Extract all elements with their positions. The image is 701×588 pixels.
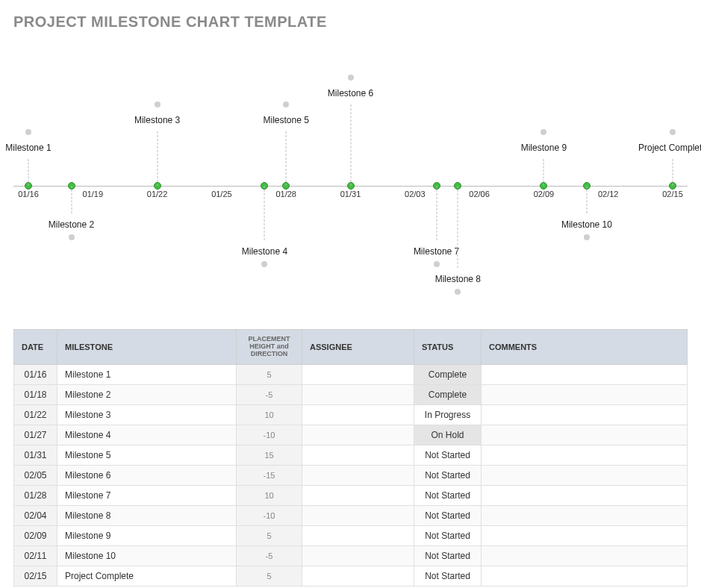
axis-tick-label: 02/03 (405, 190, 426, 198)
cell-comments[interactable] (482, 545, 688, 566)
axis-tick-label: 01/28 (275, 190, 296, 198)
cell-date[interactable]: 01/22 (14, 404, 57, 425)
milestone-label: Milestone 3 (134, 115, 180, 125)
cell-comments[interactable] (482, 384, 688, 404)
cell-milestone[interactable]: Milestone 9 (57, 525, 237, 545)
axis-tick-label: 01/22 (147, 190, 168, 198)
cell-placement[interactable]: 10 (237, 404, 302, 425)
cell-status[interactable]: Not Started (414, 445, 482, 465)
table-row: 02/04Milestone 8-10Not Started (14, 505, 688, 525)
cell-status[interactable]: Not Started (414, 485, 482, 505)
milestone-leader-line (673, 159, 673, 187)
axis-tick-label: 02/09 (534, 190, 555, 198)
cell-placement[interactable]: 15 (237, 445, 302, 465)
cell-comments[interactable] (482, 364, 688, 384)
col-milestone: MILESTONE (57, 330, 237, 365)
cell-comments[interactable] (482, 465, 688, 485)
cell-placement[interactable]: -5 (237, 384, 302, 404)
milestone-end-dot (455, 289, 461, 295)
table-row: 01/27Milestone 4-10On Hold (14, 425, 688, 445)
cell-milestone[interactable]: Milestone 4 (57, 425, 237, 445)
cell-assignee[interactable] (302, 465, 414, 485)
cell-status[interactable]: Not Started (414, 545, 482, 566)
milestone-label: Milestone 5 (264, 115, 309, 125)
cell-placement[interactable]: -5 (237, 545, 302, 566)
cell-assignee[interactable] (302, 485, 414, 505)
milestone-label: Milestone 1 (5, 143, 51, 153)
cell-date[interactable]: 01/18 (14, 384, 57, 404)
cell-milestone[interactable]: Milestone 5 (57, 445, 237, 465)
cell-comments[interactable] (482, 485, 688, 505)
cell-assignee[interactable] (302, 445, 414, 465)
cell-placement[interactable]: -10 (237, 505, 302, 525)
milestone-leader-line (264, 186, 265, 240)
cell-placement[interactable]: 5 (237, 525, 302, 545)
cell-milestone[interactable]: Milestone 1 (57, 364, 237, 384)
cell-milestone[interactable]: Milestone 8 (57, 505, 237, 525)
table-header-row: DATE MILESTONE PLACEMENT HEIGHT and DIRE… (14, 330, 688, 365)
cell-date[interactable]: 01/28 (14, 485, 57, 505)
cell-status[interactable]: Complete (414, 364, 482, 384)
milestone-label: Milestone 2 (49, 219, 94, 230)
cell-comments[interactable] (482, 525, 688, 545)
cell-comments[interactable] (482, 445, 688, 465)
table-row: 02/11Milestone 10-5Not Started (14, 545, 688, 566)
cell-placement[interactable]: 5 (237, 364, 302, 384)
cell-date[interactable]: 02/05 (14, 465, 57, 485)
cell-assignee[interactable] (302, 525, 414, 545)
cell-milestone[interactable]: Milestone 3 (57, 404, 237, 425)
cell-date[interactable]: 02/09 (14, 525, 57, 545)
cell-status[interactable]: Not Started (414, 525, 482, 545)
cell-placement[interactable]: 10 (237, 485, 302, 505)
milestone-chart: 01/1601/1901/2201/2501/2801/3102/0302/06… (13, 38, 688, 284)
cell-comments[interactable] (482, 425, 688, 445)
milestone-end-dot (283, 101, 289, 107)
table-row: 02/05Milestone 6-15Not Started (14, 465, 688, 485)
table-row: 01/16Milestone 15Complete (14, 364, 688, 384)
milestone-table: DATE MILESTONE PLACEMENT HEIGHT and DIRE… (13, 329, 688, 587)
milestone-end-dot (261, 261, 267, 267)
cell-placement[interactable]: -15 (237, 465, 302, 485)
milestone-label: Milestone 9 (521, 143, 567, 153)
cell-assignee[interactable] (302, 404, 414, 425)
cell-assignee[interactable] (302, 566, 414, 586)
milestone-label: Milestone 8 (435, 274, 481, 284)
milestone-leader-line (286, 131, 287, 186)
cell-comments[interactable] (482, 505, 688, 525)
cell-milestone[interactable]: Milestone 6 (57, 465, 237, 485)
cell-status[interactable]: Not Started (414, 505, 482, 525)
cell-date[interactable]: 01/31 (14, 445, 57, 465)
cell-status[interactable]: On Hold (414, 425, 482, 445)
axis-tick-label: 01/16 (18, 190, 39, 198)
cell-status[interactable]: Not Started (414, 566, 482, 586)
cell-placement[interactable]: -10 (237, 425, 302, 445)
cell-assignee[interactable] (302, 364, 414, 384)
cell-milestone[interactable]: Milestone 7 (57, 485, 237, 505)
cell-milestone[interactable]: Project Complete (57, 566, 237, 586)
cell-date[interactable]: 02/11 (14, 545, 57, 566)
col-comments: COMMENTS (482, 330, 688, 365)
cell-comments[interactable] (482, 404, 688, 425)
cell-placement[interactable]: 5 (237, 566, 302, 586)
milestone-end-dot (584, 234, 590, 240)
cell-status[interactable]: In Progress (414, 404, 482, 425)
cell-date[interactable]: 01/27 (14, 425, 57, 445)
cell-status[interactable]: Complete (414, 384, 482, 404)
cell-assignee[interactable] (302, 425, 414, 445)
table-row: 01/18Milestone 2-5Complete (14, 384, 688, 404)
cell-milestone[interactable]: Milestone 10 (57, 545, 237, 566)
cell-assignee[interactable] (302, 384, 414, 404)
cell-assignee[interactable] (302, 505, 414, 525)
axis-tick-label: 01/25 (211, 190, 232, 198)
cell-date[interactable]: 02/15 (14, 566, 57, 586)
milestone-end-dot (155, 101, 161, 107)
cell-date[interactable]: 02/04 (14, 505, 57, 525)
cell-status[interactable]: Not Started (414, 465, 482, 485)
cell-comments[interactable] (482, 566, 688, 586)
cell-date[interactable]: 01/16 (14, 364, 57, 384)
cell-milestone[interactable]: Milestone 2 (57, 384, 237, 404)
table-row: 01/28Milestone 710Not Started (14, 485, 688, 505)
cell-assignee[interactable] (302, 545, 414, 566)
milestone-end-dot (434, 261, 440, 267)
milestone-leader-line (543, 159, 544, 187)
